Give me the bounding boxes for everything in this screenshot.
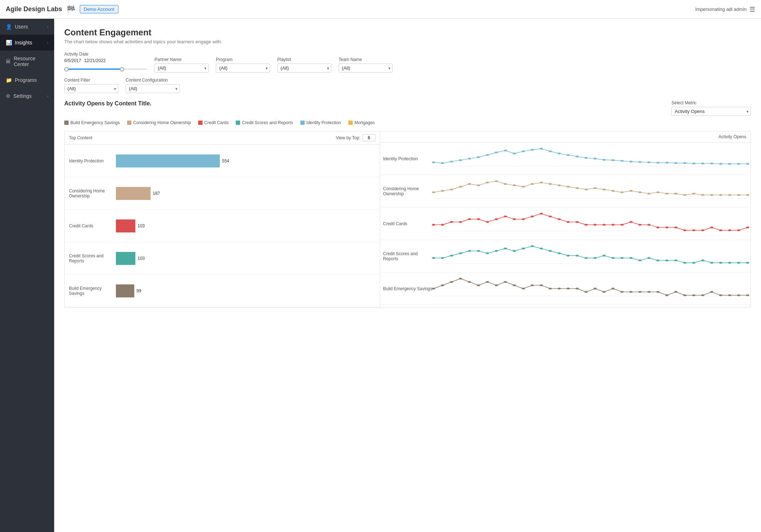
svg-point-133	[620, 257, 623, 259]
sidebar-item-settings[interactable]: ⚙ Settings ›	[0, 88, 54, 104]
svg-point-134	[629, 257, 632, 259]
line-row: Considering Home Ownership	[380, 175, 751, 208]
bar-label: Credit Scores and Reports	[69, 253, 116, 263]
team-name-select[interactable]: (All)	[339, 64, 393, 73]
svg-point-171	[629, 291, 632, 293]
line-label: Credit Cards	[383, 221, 434, 226]
svg-point-62	[647, 193, 651, 195]
svg-point-140	[683, 262, 686, 263]
chart-title: Activity Opens by Content Title.	[64, 100, 152, 107]
date-range-slider[interactable]	[64, 66, 147, 73]
demo-account-badge[interactable]: Demo Account	[80, 5, 118, 13]
line-chart-section: Activity Opens Identity Protection Consi…	[380, 131, 751, 307]
program-select[interactable]: (All)	[216, 64, 270, 73]
svg-point-38	[432, 191, 435, 193]
sidebar-item-programs[interactable]: 📁 Programs	[0, 72, 54, 88]
filters-row-2: Content Filter (All) Content Configurati…	[64, 78, 751, 93]
svg-point-142	[701, 259, 704, 261]
svg-point-12	[531, 149, 534, 151]
svg-point-128	[575, 254, 579, 256]
svg-point-118	[486, 252, 489, 254]
svg-point-73	[746, 194, 749, 196]
sparkline	[434, 245, 748, 267]
svg-point-161	[540, 284, 543, 286]
content-filter-select[interactable]: (All)	[64, 84, 118, 93]
svg-point-89	[557, 218, 561, 220]
metric-select[interactable]: Activity Opens	[671, 107, 751, 116]
bar-label: Identity Protection	[69, 158, 116, 163]
svg-point-22	[620, 160, 623, 162]
svg-point-16	[566, 154, 570, 156]
svg-point-132	[612, 257, 615, 259]
bar-value: 554	[222, 158, 229, 163]
partner-name-select[interactable]: (All)	[155, 64, 209, 73]
svg-point-87	[540, 213, 543, 214]
content-filter-group: Content Filter (All)	[64, 78, 118, 93]
line-label: Considering Home Ownership	[383, 186, 434, 196]
svg-point-116	[468, 250, 471, 252]
svg-point-15	[557, 152, 561, 154]
legend-item: Mortgages	[348, 120, 375, 125]
svg-point-26	[656, 162, 660, 163]
resource-center-icon: 🏛	[6, 58, 11, 64]
svg-point-167	[593, 288, 597, 289]
line-row: Credit Scores and Reports	[380, 240, 751, 272]
page-subtitle: The chart below shows what activities an…	[64, 39, 751, 44]
legend-color	[348, 121, 353, 125]
range-thumb-right[interactable]	[120, 67, 124, 71]
svg-point-59	[620, 191, 623, 193]
bar-label: Build Emergency Savings	[69, 286, 116, 296]
svg-point-184	[746, 294, 749, 296]
top-content-label: Top Content	[69, 135, 92, 140]
team-name-select-wrapper: (All)	[339, 64, 393, 73]
bar-label: Credit Cards	[69, 223, 116, 228]
line-label: Identity Protection	[383, 156, 434, 161]
svg-point-153	[468, 281, 471, 283]
svg-point-103	[683, 229, 686, 231]
range-thumb-left[interactable]	[64, 67, 69, 71]
svg-point-93	[593, 224, 597, 226]
svg-point-8	[495, 151, 498, 153]
svg-point-48	[522, 186, 525, 187]
sidebar-label-users: Users	[15, 24, 28, 30]
svg-point-172	[638, 291, 642, 293]
bar-label: Considering Home Ownership	[69, 188, 116, 199]
svg-point-45	[495, 180, 498, 182]
sidebar-item-insights[interactable]: 📊 Insights ›	[0, 35, 54, 51]
legend-color	[300, 121, 305, 125]
users-chevron: ›	[47, 25, 48, 29]
hamburger-icon[interactable]: ☰	[749, 5, 755, 13]
sidebar-item-users[interactable]: 👤 Users ›	[0, 19, 54, 35]
svg-point-28	[674, 162, 678, 164]
date-range-values: 6/5/2017 12/21/2022	[64, 58, 147, 63]
svg-point-113	[441, 257, 444, 259]
bar-value: 103	[138, 256, 145, 261]
legend-color	[236, 121, 240, 125]
svg-point-61	[638, 191, 642, 193]
sparkline	[434, 180, 748, 202]
svg-point-2	[441, 162, 444, 164]
svg-point-107	[719, 229, 722, 231]
svg-point-40	[450, 188, 453, 190]
svg-point-50	[540, 182, 543, 183]
playlist-select[interactable]: (All)	[277, 64, 331, 73]
view-top-input[interactable]	[362, 134, 375, 141]
settings-icon: ⚙	[6, 93, 10, 99]
programs-icon: 📁	[6, 77, 12, 83]
users-icon: 👤	[6, 24, 12, 30]
content-config-select[interactable]: (All)	[126, 84, 180, 93]
metric-group: Select Metric Activity Opens	[671, 100, 751, 116]
svg-point-159	[522, 288, 525, 289]
svg-point-51	[549, 183, 552, 185]
activity-opens-label: Activity Opens	[718, 134, 746, 139]
svg-point-127	[566, 254, 570, 256]
svg-point-105	[701, 229, 704, 231]
svg-point-78	[459, 221, 462, 223]
svg-point-168	[603, 291, 606, 293]
sidebar-item-resource-center[interactable]: 🏛 Resource Center	[0, 51, 54, 72]
svg-point-120	[504, 248, 507, 249]
sidebar-label-programs: Programs	[15, 77, 37, 83]
svg-point-143	[710, 262, 713, 263]
svg-point-164	[566, 288, 570, 289]
svg-point-109	[737, 229, 740, 231]
